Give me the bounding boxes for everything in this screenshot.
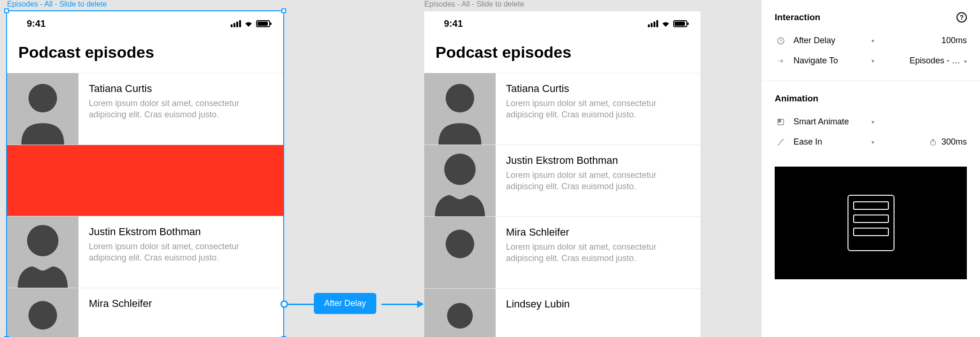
easing-label: Ease In — [793, 137, 869, 147]
delete-swipe-row[interactable] — [7, 145, 283, 216]
connection-badge[interactable]: After Delay — [314, 293, 376, 314]
episode-name: Justin Ekstrom Bothman — [506, 154, 690, 167]
episode-sub: Lorem ipsum dolor sit amet, consectetur … — [89, 98, 273, 121]
chevron-down-icon: ▾ — [871, 119, 874, 125]
avatar — [424, 289, 496, 337]
episode-name: Mira Schleifer — [506, 226, 690, 238]
page-title: Podcast episodes — [7, 36, 283, 73]
preview-device-icon — [848, 195, 894, 251]
clock-icon — [775, 37, 787, 45]
easing-row[interactable]: Ease In ▾ 300ms — [775, 137, 967, 147]
frame-label-b[interactable]: Episodes - All - Slide to delete — [424, 0, 524, 8]
connection-arrow-icon — [417, 300, 424, 308]
action-value[interactable]: Episodes - …▾ — [910, 56, 967, 66]
selection-handle[interactable] — [281, 8, 286, 13]
ease-curve-icon — [775, 138, 787, 146]
chevron-down-icon: ▾ — [871, 38, 874, 44]
trigger-value[interactable]: 100ms — [941, 36, 967, 46]
status-bar: 9:41 — [424, 11, 700, 36]
connection-line — [288, 304, 314, 305]
stopwatch-icon — [929, 138, 937, 146]
status-bar: 9:41 — [7, 11, 283, 36]
episode-sub: Lorem ipsum dolor sit amet, consectetur … — [506, 241, 690, 264]
help-icon[interactable]: ? — [957, 12, 967, 23]
page-title: Podcast episodes — [424, 36, 700, 73]
avatar — [7, 73, 78, 145]
status-time: 9:41 — [444, 18, 463, 29]
episode-row[interactable]: Justin Ekstrom Bothman Lorem ipsum dolor… — [424, 145, 700, 216]
cellular-icon — [648, 20, 658, 27]
frame-episodes-slide-to-delete-a[interactable]: 9:41 Podcast episodes Tatiana Curtis Lor… — [7, 11, 283, 337]
episode-sub: Lorem ipsum dolor sit amet, consectetur … — [89, 241, 273, 264]
arrow-right-icon — [775, 58, 787, 64]
episode-row[interactable]: Tatiana Curtis Lorem ipsum dolor sit ame… — [424, 73, 700, 145]
episode-name: Tatiana Curtis — [506, 83, 690, 95]
wifi-icon — [661, 20, 670, 27]
selection-handle[interactable] — [4, 8, 9, 13]
episode-row[interactable]: Justin Ekstrom Bothman Lorem ipsum dolor… — [7, 216, 283, 288]
episode-row[interactable]: Tatiana Curtis Lorem ipsum dolor sit ame… — [7, 73, 283, 145]
episode-sub: Lorem ipsum dolor sit amet, consectetur … — [506, 98, 690, 121]
episode-row[interactable]: Mira Schleifer Lorem ipsum dolor sit ame… — [424, 216, 700, 288]
action-row[interactable]: Navigate To ▾ Episodes - …▾ — [775, 56, 967, 66]
animation-section: Animation Smart Animate ▾ Ease In ▾ 300m… — [762, 81, 980, 162]
avatar — [7, 216, 78, 288]
trigger-label: After Delay — [793, 36, 869, 46]
section-heading: Interaction — [775, 12, 820, 23]
interaction-section: Interaction ? After Delay ▾ 100ms Naviga… — [762, 0, 980, 81]
chevron-down-icon: ▾ — [871, 58, 874, 64]
episode-row[interactable]: Lindsey Lubin — [424, 288, 700, 337]
episode-name: Lindsey Lubin — [506, 298, 690, 310]
avatar — [424, 73, 496, 145]
battery-icon — [256, 20, 270, 27]
battery-icon — [673, 20, 687, 27]
animation-preview[interactable] — [775, 167, 967, 279]
avatar — [424, 145, 496, 216]
episode-name: Tatiana Curtis — [89, 83, 273, 95]
avatar — [7, 288, 78, 337]
episode-name: Mira Schleifer — [89, 298, 273, 310]
episode-row[interactable]: Mira Schleifer — [7, 288, 283, 337]
duration-field[interactable]: 300ms — [929, 137, 967, 147]
action-label: Navigate To — [793, 56, 869, 66]
connection-line — [381, 304, 418, 305]
episode-name: Justin Ekstrom Bothman — [89, 226, 273, 238]
section-heading: Animation — [775, 93, 818, 104]
frame-label-a[interactable]: Episodes - All - Slide to delete — [7, 0, 107, 8]
wifi-icon — [244, 20, 253, 27]
connection-origin-handle[interactable] — [280, 300, 288, 308]
smart-animate-icon — [775, 118, 787, 126]
inspector-panel: Interaction ? After Delay ▾ 100ms Naviga… — [761, 0, 980, 337]
status-time: 9:41 — [27, 18, 46, 29]
episode-sub: Lorem ipsum dolor sit amet, consectetur … — [506, 169, 690, 192]
svg-rect-9 — [778, 119, 781, 122]
chevron-down-icon: ▾ — [964, 58, 967, 65]
cellular-icon — [231, 20, 241, 27]
chevron-down-icon: ▾ — [871, 139, 874, 146]
frame-episodes-slide-to-delete-b[interactable]: 9:41 Podcast episodes Tatiana Curtis Lor… — [424, 11, 700, 337]
animation-type-row[interactable]: Smart Animate ▾ — [775, 117, 967, 127]
trigger-row[interactable]: After Delay ▾ 100ms — [775, 36, 967, 46]
animation-type-label: Smart Animate — [793, 117, 869, 127]
design-canvas[interactable]: Episodes - All - Slide to delete 9:41 Po… — [0, 0, 761, 337]
avatar — [424, 217, 496, 288]
